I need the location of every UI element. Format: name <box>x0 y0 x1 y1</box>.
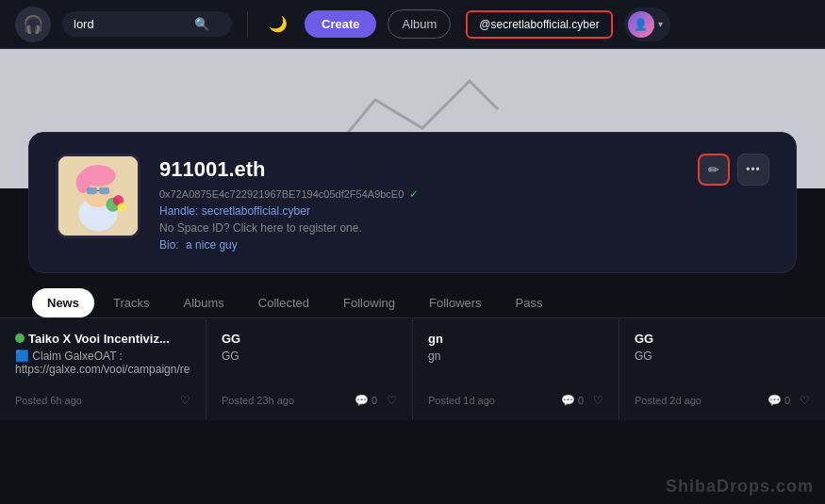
comment-button[interactable]: 💬0 <box>561 394 584 407</box>
feed-item-actions: 💬0♡ <box>561 394 603 407</box>
chevron-down-icon: ▾ <box>658 19 663 29</box>
comment-icon: 💬 <box>355 394 369 407</box>
heart-button[interactable]: ♡ <box>180 394 190 407</box>
tab-pass[interactable]: Pass <box>501 288 558 317</box>
header: 🎧 🔍 🌙 Create Album @secretlabofficial.cy… <box>0 0 825 49</box>
svg-point-11 <box>118 203 126 211</box>
svg-rect-6 <box>87 187 97 194</box>
heart-icon: ♡ <box>800 394 810 407</box>
feed-item-title: Taiko X Vooi Incentiviz... <box>15 332 190 346</box>
profile-info: 911001.eth 0x72A0875E4c722921967BE7194c0… <box>159 154 419 252</box>
comment-count: 0 <box>371 395 377 406</box>
feed-item-body: GG <box>222 350 397 388</box>
profile-name: 911001.eth <box>159 157 419 182</box>
feed-item-actions: ♡ <box>180 394 190 407</box>
tab-tracks[interactable]: Tracks <box>98 288 165 317</box>
heart-icon: ♡ <box>593 394 603 407</box>
copy-icon[interactable]: ✓ <box>409 187 419 201</box>
tab-following[interactable]: Following <box>328 288 410 317</box>
search-bar[interactable]: 🔍 <box>62 11 232 37</box>
profile-spaceid[interactable]: No Space ID? Click here to register one. <box>159 221 419 235</box>
profile-actions: ✏ ••• <box>698 154 769 186</box>
feed-item-footer: Posted 2d ago💬0♡ <box>635 394 810 407</box>
svg-rect-7 <box>99 187 109 194</box>
feed-item-time: Posted 1d ago <box>428 395 495 406</box>
feed-item-body: 🟦 Claim GalxeOAT : https://galxe.com/voo… <box>15 350 190 388</box>
comment-button[interactable]: 💬0 <box>767 394 790 407</box>
heart-button[interactable]: ♡ <box>593 394 603 407</box>
feed-item-time: Posted 23h ago <box>222 395 294 406</box>
handle-value[interactable]: secretlabofficial.cyber <box>202 204 310 218</box>
feed-item-title: GG <box>222 332 397 346</box>
feed-item-actions: 💬0♡ <box>767 394 810 407</box>
news-feed: Taiko X Vooi Incentiviz...🟦 Claim GalxeO… <box>0 318 825 420</box>
heart-button[interactable]: ♡ <box>387 394 397 407</box>
feed-item-title: GG <box>635 332 810 346</box>
edit-button[interactable]: ✏ <box>698 154 730 186</box>
comment-icon: 💬 <box>767 394 782 407</box>
logo-icon: 🎧 <box>23 14 43 35</box>
feed-item-1: GGGGPosted 23h ago💬0♡ <box>206 318 413 420</box>
tab-collected[interactable]: Collected <box>243 288 324 317</box>
tabs-row: NewsTracksAlbumsCollectedFollowingFollow… <box>0 273 825 318</box>
watermark: ShibaDrops.com <box>666 477 814 496</box>
bio-label: Bio: <box>159 238 179 252</box>
dark-mode-button[interactable]: 🌙 <box>263 9 293 39</box>
search-icon: 🔍 <box>194 17 209 31</box>
profile-card: 911001.eth 0x72A0875E4c722921967BE7194c0… <box>28 132 797 273</box>
feed-item-footer: Posted 6h ago♡ <box>15 394 190 407</box>
handle-label: Handle: <box>159 204 198 218</box>
profile-address: 0x72A0875E4c722921967BE7194c05df2F54A9bc… <box>159 187 419 201</box>
logo: 🎧 <box>15 7 51 42</box>
tab-news[interactable]: News <box>32 288 94 317</box>
feed-item-time: Posted 2d ago <box>635 395 701 406</box>
heart-icon: ♡ <box>387 394 397 407</box>
comment-button[interactable]: 💬0 <box>355 394 377 407</box>
comment-count: 0 <box>578 395 584 406</box>
tab-albums[interactable]: Albums <box>169 288 239 317</box>
avatar: 👤 <box>628 11 654 38</box>
divider <box>247 11 248 38</box>
profile-left: 911001.eth 0x72A0875E4c722921967BE7194c0… <box>56 154 419 252</box>
feed-item-footer: Posted 23h ago💬0♡ <box>222 394 397 407</box>
feed-item-footer: Posted 1d ago💬0♡ <box>428 394 603 407</box>
comment-icon: 💬 <box>561 394 575 407</box>
profile-avatar <box>56 154 140 238</box>
address-text: 0x72A0875E4c722921967BE7194c05df2F54A9bc… <box>159 188 404 200</box>
avatar-image <box>58 156 138 236</box>
album-button[interactable]: Album <box>388 9 451 39</box>
feed-item-actions: 💬0♡ <box>355 394 397 407</box>
avatar-svg <box>58 154 138 238</box>
heart-button[interactable]: ♡ <box>800 394 810 407</box>
more-icon: ••• <box>746 163 761 176</box>
bio-value: a nice guy <box>186 238 238 252</box>
tab-followers[interactable]: Followers <box>414 288 497 317</box>
feed-item-title: gn <box>428 332 603 346</box>
search-input[interactable] <box>74 17 187 31</box>
create-button[interactable]: Create <box>305 10 376 38</box>
feed-item-3: GGGGPosted 2d ago💬0♡ <box>619 318 825 420</box>
profile-handle: Handle: secretlabofficial.cyber <box>159 204 419 218</box>
feed-item-2: gngnPosted 1d ago💬0♡ <box>413 318 619 420</box>
feed-item-body: gn <box>428 350 603 388</box>
avatar-menu-button[interactable]: 👤 ▾ <box>624 8 670 41</box>
feed-item-0: Taiko X Vooi Incentiviz...🟦 Claim GalxeO… <box>0 318 206 420</box>
more-button[interactable]: ••• <box>737 154 769 186</box>
feed-item-time: Posted 6h ago <box>15 395 82 406</box>
heart-icon: ♡ <box>180 394 190 407</box>
handle-box[interactable]: @secretlabofficial.cyber <box>466 10 612 39</box>
profile-bio: Bio: a nice guy <box>159 238 419 252</box>
comment-count: 0 <box>784 395 790 406</box>
green-dot-icon <box>15 333 25 343</box>
feed-item-body: GG <box>635 350 810 388</box>
